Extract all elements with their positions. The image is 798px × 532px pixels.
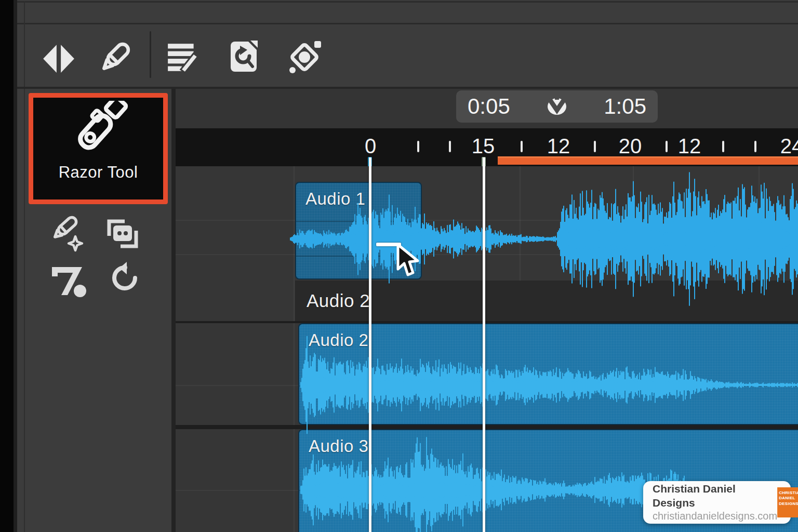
razor-tool-label: Razor Tool xyxy=(59,163,138,182)
loop-range-bar[interactable] xyxy=(498,156,798,165)
window-top-line xyxy=(17,1,798,3)
zoom-document-icon xyxy=(228,39,260,75)
trim-tool-button[interactable] xyxy=(41,39,77,76)
fade-seven-icon xyxy=(49,260,88,297)
watermark-title: Christian Daniel Designs xyxy=(653,482,777,510)
waveform-audio1 xyxy=(289,164,798,314)
watermark-logo: CHRISTIANDANIELDESIGNS xyxy=(777,487,798,517)
toolbar-divider xyxy=(150,31,151,78)
transport-time-right: 1:05 xyxy=(604,94,646,119)
smart-pencil-tool-button[interactable] xyxy=(44,211,88,256)
transport-time-left: 0:05 xyxy=(468,94,510,119)
playhead-line[interactable] xyxy=(369,157,371,532)
watermark-logo-text: DANIEL xyxy=(777,496,798,501)
undo-tool-button[interactable] xyxy=(107,259,144,297)
ruler-tick xyxy=(666,141,668,152)
sidebar-divider xyxy=(171,89,176,532)
playhead-line[interactable] xyxy=(483,157,485,532)
daw-window: Razor Tool xyxy=(0,0,798,532)
ruler-label: 20 xyxy=(619,135,642,158)
ruler-tick xyxy=(594,141,596,152)
razor-tool-icon xyxy=(64,101,132,162)
waveform-audio2 xyxy=(300,335,798,435)
watermark-url: christiandanieldesigns.com xyxy=(653,510,777,523)
razor-tool-button[interactable]: Razor Tool xyxy=(29,93,168,204)
fade-tool-button[interactable] xyxy=(47,258,90,299)
duplicate-icon xyxy=(103,215,141,251)
ruler-label: 12 xyxy=(547,135,570,158)
ruler-label: 15 xyxy=(472,135,495,158)
window-left-frame xyxy=(0,0,14,532)
undo-rotate-icon xyxy=(108,261,142,295)
ruler-tick xyxy=(754,141,756,152)
ruler-tick xyxy=(449,141,451,152)
object-gem-icon xyxy=(286,39,323,75)
ruler-tick xyxy=(521,141,523,152)
window-left-frame-line xyxy=(14,0,17,532)
mouse-cursor xyxy=(396,243,422,278)
object-gem-button[interactable] xyxy=(286,38,323,76)
grid-line-horizontal xyxy=(176,490,298,491)
ruler-label: 12 xyxy=(678,135,701,158)
transport-display[interactable]: 0:05 1:05 xyxy=(456,90,658,123)
takes-list-icon xyxy=(165,41,201,75)
ruler-tick xyxy=(722,141,724,152)
toolbar-top-divider xyxy=(17,23,798,24)
ruler-label: 24 xyxy=(780,135,798,158)
pencil-tool-button[interactable] xyxy=(97,38,134,76)
sidebar: Razor Tool xyxy=(17,89,171,532)
pencil-tool-icon xyxy=(97,39,134,75)
drop-marker-icon xyxy=(545,96,569,117)
zoom-document-button[interactable] xyxy=(227,38,261,76)
ruler-tick xyxy=(417,141,419,152)
watermark-logo-text: CHRISTIAN xyxy=(777,490,798,496)
trim-tool-icon xyxy=(42,41,76,75)
grid-line-horizontal xyxy=(176,385,298,386)
takes-list-button[interactable] xyxy=(164,39,202,76)
duplicate-tool-button[interactable] xyxy=(101,214,143,253)
watermark-card: Christian Daniel Designs christiandaniel… xyxy=(643,481,791,524)
ruler-label: 0 xyxy=(365,135,376,158)
watermark-logo-text: DESIGNS xyxy=(777,501,798,507)
smart-pencil-icon xyxy=(45,212,87,255)
